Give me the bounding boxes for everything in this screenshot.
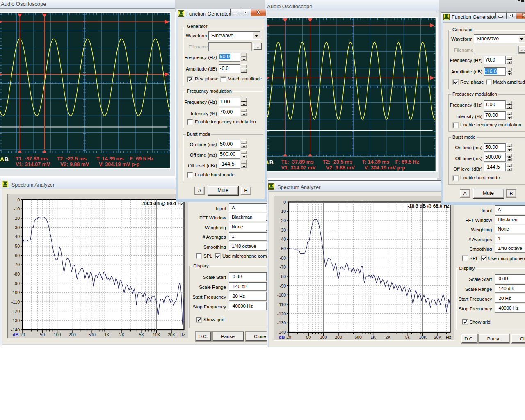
svg-text:5K: 5K	[405, 334, 410, 339]
svg-text:-50: -50	[14, 244, 20, 249]
svg-text:0: 0	[283, 199, 286, 204]
svg-text:B: B	[269, 159, 274, 165]
svg-text:2K: 2K	[119, 332, 125, 337]
svg-text:-130: -130	[277, 320, 285, 325]
svg-text:-80: -80	[279, 274, 285, 278]
svg-text:10K: 10K	[153, 332, 160, 337]
svg-text:5K: 5K	[139, 332, 144, 337]
svg-text:500: 500	[354, 334, 362, 339]
svg-text:-100: -100	[277, 292, 285, 297]
svg-text:-30: -30	[14, 225, 20, 230]
svg-text:A: A	[267, 159, 269, 165]
svg-text:V: 304.19 mV p-p: V: 304.19 mV p-p	[365, 165, 406, 171]
svg-text:V1: 314.07 mV: V1: 314.07 mV	[16, 162, 50, 167]
svg-text:dB: dB	[13, 332, 19, 337]
svg-text:V: 304.19 mV p-p: V: 304.19 mV p-p	[99, 162, 140, 167]
svg-text:-10: -10	[14, 206, 20, 211]
svg-text:10K: 10K	[419, 334, 427, 339]
svg-text:Hz: Hz	[180, 332, 185, 337]
svg-text:V2: 9.88 mV: V2: 9.88 mV	[60, 162, 89, 167]
svg-text:-40: -40	[14, 234, 20, 239]
svg-text:-120: -120	[11, 309, 20, 314]
svg-text:T2: -23.5 ms: T2: -23.5 ms	[57, 156, 87, 162]
svg-text:20: 20	[286, 334, 291, 339]
svg-text:-110: -110	[277, 302, 285, 307]
svg-text:100: 100	[54, 332, 61, 337]
svg-text:-50: -50	[279, 246, 285, 251]
svg-text:-110: -110	[11, 299, 20, 304]
svg-text:-20: -20	[14, 216, 20, 221]
svg-text:1K: 1K	[104, 332, 110, 337]
svg-text:V2: 9.88 mV: V2: 9.88 mV	[326, 165, 355, 171]
svg-text:20: 20	[20, 332, 25, 337]
svg-text:50: 50	[306, 334, 311, 339]
svg-text:200: 200	[335, 334, 342, 339]
svg-text:-30: -30	[279, 227, 285, 232]
svg-text:T1: -37.89 ms: T1: -37.89 ms	[16, 156, 48, 162]
svg-text:T1: -37.89 ms: T1: -37.89 ms	[281, 159, 314, 165]
svg-text:-70: -70	[14, 262, 20, 267]
svg-text:T2: -23.5 ms: T2: -23.5 ms	[323, 159, 352, 165]
svg-text:-100: -100	[11, 290, 20, 295]
svg-text:T: 14.39 ms: T: 14.39 ms	[362, 159, 390, 165]
svg-text:1K: 1K	[370, 334, 376, 339]
svg-text:T: 14.39 ms: T: 14.39 ms	[96, 156, 124, 162]
svg-text:-90: -90	[14, 281, 20, 286]
svg-text:B: B	[5, 155, 9, 162]
svg-text:-60: -60	[14, 253, 20, 258]
svg-text:-120: -120	[277, 311, 285, 316]
svg-text:200: 200	[68, 332, 76, 337]
svg-text:-20: -20	[279, 218, 285, 223]
svg-text:-40: -40	[279, 237, 285, 242]
svg-text:50: 50	[40, 332, 45, 337]
svg-text:-70: -70	[279, 265, 285, 269]
svg-text:100: 100	[320, 334, 327, 339]
svg-text:-130: -130	[11, 318, 20, 323]
svg-text:F: 69.5 Hz: F: 69.5 Hz	[130, 156, 153, 162]
svg-text:0: 0	[17, 197, 20, 202]
svg-text:-90: -90	[279, 283, 285, 288]
svg-text:Hz: Hz	[446, 334, 451, 339]
svg-text:500: 500	[88, 332, 96, 337]
svg-text:2K: 2K	[385, 334, 390, 339]
svg-text:-60: -60	[279, 255, 285, 260]
svg-text:-140: -140	[277, 330, 285, 335]
svg-text:-140: -140	[11, 327, 20, 332]
svg-text:dB: dB	[278, 334, 285, 339]
svg-text:20K: 20K	[168, 332, 176, 337]
svg-text:-10: -10	[279, 209, 285, 214]
svg-text:-80: -80	[14, 272, 20, 276]
svg-text:F: 69.5 Hz: F: 69.5 Hz	[395, 159, 419, 165]
svg-text:A: A	[0, 155, 4, 162]
svg-text:V1: 314.07 mV: V1: 314.07 mV	[281, 165, 316, 171]
svg-text:20K: 20K	[434, 334, 441, 339]
